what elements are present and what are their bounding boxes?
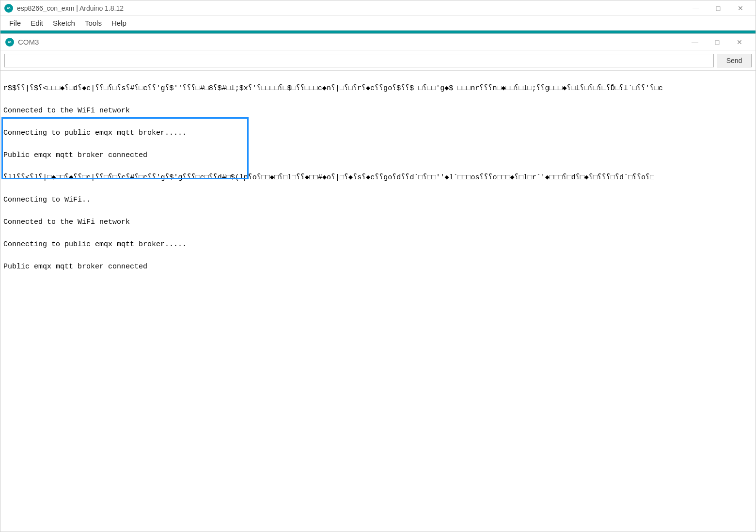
serial-minimize-button[interactable]: —: [684, 35, 706, 49]
serial-monitor-window: ∞ COM3 — □ ✕ Send r$$⸮⸮|⸮$⸮<□□□◆⸮□d⸮◆c|⸮…: [0, 33, 756, 532]
output-line: Connected to the WiFi network: [3, 105, 753, 116]
serial-close-button[interactable]: ✕: [728, 35, 751, 49]
serial-port-title: COM3: [18, 38, 39, 46]
output-line: Connecting to public emqx mqtt broker...…: [3, 239, 753, 250]
serial-input[interactable]: [4, 54, 714, 67]
menu-edit[interactable]: Edit: [27, 17, 47, 29]
main-title-bar: ∞ esp8266_con_exm | Arduino 1.8.12 — □ ✕: [0, 0, 756, 16]
arduino-logo-icon: ∞: [4, 4, 13, 13]
menu-sketch[interactable]: Sketch: [49, 17, 79, 29]
menu-file[interactable]: File: [5, 17, 25, 29]
output-line: Connecting to public emqx mqtt broker...…: [3, 127, 753, 139]
arduino-ide-window: ∞ esp8266_con_exm | Arduino 1.8.12 — □ ✕…: [0, 0, 756, 532]
serial-title-bar: ∞ COM3 — □ ✕: [0, 34, 756, 50]
send-button[interactable]: Send: [717, 54, 752, 67]
main-window-controls: — □ ✕: [685, 1, 752, 16]
serial-window-controls: — □ ✕: [684, 35, 751, 49]
serial-output-content: r$$⸮⸮|⸮$⸮<□□□◆⸮□d⸮◆c|⸮⸮□⸮□⸮s⸮#⸮□c⸮⸮'g⸮$'…: [0, 71, 756, 296]
serial-output-area[interactable]: r$$⸮⸮|⸮$⸮<□□□◆⸮□d⸮◆c|⸮⸮□⸮□⸮s⸮#⸮□c⸮⸮'g⸮$'…: [0, 71, 756, 532]
output-line: ⸮ll⸮⸮<⸮l⸮|□◆□□⸮◆⸮⸮□c|⸮⸮□⸮□⸮c⸮#⸮□c⸮⸮'g⸮$'…: [3, 172, 753, 183]
minimize-button[interactable]: —: [685, 1, 707, 16]
output-line: r$$⸮⸮|⸮$⸮<□□□◆⸮□d⸮◆c|⸮⸮□⸮□⸮s⸮#⸮□c⸮⸮'g⸮$'…: [3, 83, 753, 94]
output-line: Connecting to WiFi..: [3, 194, 753, 205]
menu-bar: File Edit Sketch Tools Help: [0, 16, 756, 31]
serial-input-row: Send: [0, 50, 756, 71]
maximize-button[interactable]: □: [707, 1, 729, 16]
serial-maximize-button[interactable]: □: [706, 35, 728, 49]
menu-help[interactable]: Help: [108, 17, 130, 29]
output-line: Public emqx mqtt broker connected: [3, 261, 753, 272]
menu-tools[interactable]: Tools: [81, 17, 106, 29]
serial-arduino-icon: ∞: [5, 38, 14, 47]
output-line: Connected to the WiFi network: [3, 217, 753, 228]
output-line: Public emqx mqtt broker connected: [3, 150, 753, 161]
window-title: esp8266_con_exm | Arduino 1.8.12: [17, 4, 685, 12]
close-button[interactable]: ✕: [729, 1, 752, 16]
